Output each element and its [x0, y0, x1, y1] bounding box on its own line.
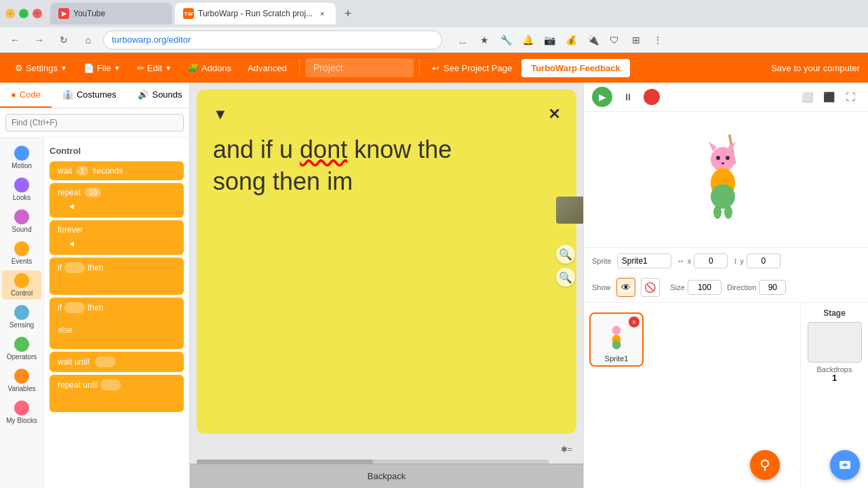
block-repeat-input[interactable]: 10 [85, 188, 101, 197]
bookmark-icon[interactable]: ★ [475, 30, 494, 49]
tab-turbowarp[interactable]: TW TurboWarp - Run Scratch proj... × [175, 3, 336, 24]
save-button[interactable]: Save to your computer [771, 63, 860, 73]
sprite-item-sprite1[interactable]: × Sprite1 [589, 312, 644, 367]
extension-icon-5[interactable]: 🔌 [583, 30, 602, 49]
stop-button[interactable] [644, 89, 660, 105]
add-sprite-icon[interactable] [750, 450, 780, 480]
stage-backdrop-thumb[interactable] [808, 322, 862, 363]
address-bar[interactable]: turbowarp.org/editor [103, 30, 442, 49]
refresh-button[interactable]: ↻ [54, 30, 73, 49]
sprite-name-input[interactable] [617, 253, 671, 268]
sound-dot [14, 209, 29, 224]
new-tab-button[interactable]: + [338, 4, 357, 23]
stage-canvas[interactable] [584, 112, 868, 247]
find-input[interactable] [5, 114, 184, 131]
extension-icon-2[interactable]: 🔔 [518, 30, 537, 49]
feedback-button[interactable]: TurboWarp Feedback [521, 59, 629, 77]
maximize-button[interactable]: □ [19, 9, 28, 18]
block-repeat-until[interactable]: repeat until [50, 375, 184, 412]
see-project-button[interactable]: ↩ See Project Page [425, 59, 519, 77]
size-input[interactable] [688, 280, 722, 295]
home-button[interactable]: ⌂ [79, 30, 98, 49]
extension-icon-4[interactable]: 💰 [561, 30, 580, 49]
advanced-button[interactable]: Advanced [241, 59, 294, 77]
cast-icon[interactable]: ⎵ [453, 30, 472, 49]
back-button[interactable]: ← [5, 30, 24, 49]
y-input[interactable] [747, 253, 781, 268]
bubble-collapse-icon[interactable]: ▼ [213, 106, 228, 123]
block-wait-until[interactable]: wait until [50, 352, 184, 372]
block-if-else[interactable]: if then else [50, 298, 184, 349]
tab-close-button[interactable]: × [317, 8, 328, 19]
category-sensing[interactable]: Sensing [2, 302, 41, 331]
add-backdrop-button[interactable] [830, 450, 860, 480]
resize-handle[interactable]: ✱= [561, 445, 572, 454]
block-wait[interactable]: wait 1 seconds [50, 161, 184, 180]
small-stage-button[interactable]: ⬜ [797, 87, 816, 106]
backpack-bar[interactable]: Backpack [190, 464, 583, 488]
tab-youtube[interactable]: ▶ YouTube [50, 3, 172, 24]
category-control[interactable]: Control [2, 270, 41, 300]
show-visible-button[interactable]: 👁 [616, 278, 635, 297]
code-area[interactable]: ▼ ✕ and if u dont know the song then im … [190, 83, 583, 488]
block-wait-until-condition[interactable] [95, 357, 115, 367]
block-wait-input[interactable]: 1 [76, 166, 88, 176]
tab-sounds[interactable]: 🔊 Sounds [127, 83, 193, 108]
addons-button[interactable]: 🧩 Addons [181, 59, 238, 77]
category-events[interactable]: Events [2, 239, 41, 268]
project-name-input[interactable] [305, 58, 414, 77]
zoom-out-button[interactable]: 🔍 [556, 268, 575, 287]
category-motion[interactable]: Motion [2, 143, 41, 172]
category-variables[interactable]: Variables [2, 366, 41, 395]
category-myblocks[interactable]: My Blocks [2, 398, 41, 427]
sprite-mini-thumb[interactable] [556, 197, 583, 224]
add-sprite-button[interactable] [750, 450, 780, 480]
file-button[interactable]: 📄 File ▼ [77, 59, 127, 77]
direction-input[interactable] [759, 280, 786, 295]
category-sound[interactable]: Sound [2, 207, 41, 236]
block-wait-text2: seconds [92, 166, 123, 176]
block-repeat[interactable]: repeat 10 [50, 183, 184, 218]
pause-button[interactable]: ⏸ [618, 87, 638, 107]
fullscreen-button[interactable]: ⛶ [841, 87, 860, 106]
forward-button[interactable]: → [30, 30, 49, 49]
bubble-close-button[interactable]: ✕ [548, 106, 560, 123]
menu-icon[interactable]: ⋮ [648, 30, 667, 49]
tab-costumes[interactable]: 👔 Costumes [52, 83, 127, 108]
tab-code[interactable]: ● Code [0, 83, 52, 108]
toolbar-divider [299, 60, 300, 76]
block-if-condition[interactable] [64, 262, 85, 273]
block-forever-text: forever [58, 225, 83, 235]
category-operators[interactable]: Operators [2, 334, 41, 363]
close-button[interactable]: × [33, 9, 42, 18]
sprite-delete-button[interactable]: × [629, 317, 639, 327]
settings-button[interactable]: ⚙ Settings ▼ [8, 59, 74, 77]
block-ifelse-condition[interactable] [64, 302, 85, 313]
address-text: turbowarp.org/editor [112, 35, 191, 45]
editor-tabs: ● Code 👔 Costumes 🔊 Sounds [0, 83, 189, 108]
block-forever[interactable]: forever [50, 220, 184, 255]
edit-button[interactable]: ✏ Edit ▼ [130, 59, 178, 77]
tab-turbowarp-label: TurboWarp - Run Scratch proj... [198, 9, 313, 18]
backdrops-count: 1 [832, 373, 837, 383]
minimize-button[interactable]: − [5, 9, 15, 18]
block-if-then[interactable]: if then [50, 258, 184, 295]
add-backdrop-icon[interactable] [830, 450, 860, 480]
bubble-text-line2: song then im [213, 167, 353, 195]
window-controls[interactable]: − □ × [5, 9, 42, 18]
extension-icon-6[interactable]: 🛡 [605, 30, 624, 49]
zoom-in-button[interactable]: 🔍 [556, 245, 575, 264]
large-stage-button[interactable]: ⬛ [819, 87, 838, 106]
direction-group: Direction [727, 280, 786, 295]
x-input[interactable] [694, 253, 728, 268]
sprite-name-row: Sprite ↔ x ↕ y [592, 253, 860, 268]
sprites-list: × Sprite1 [589, 312, 795, 367]
category-looks[interactable]: Looks [2, 175, 41, 204]
extension-icon-1[interactable]: 🔧 [496, 30, 515, 49]
apps-icon[interactable]: ⊞ [627, 30, 646, 49]
extension-icon-3[interactable]: 📷 [540, 30, 559, 49]
show-hidden-button[interactable]: 🚫 [641, 278, 660, 297]
green-flag-button[interactable]: ▶ [592, 87, 612, 107]
file-label: File [97, 63, 111, 73]
block-repeat-until-condition[interactable] [100, 380, 121, 390]
